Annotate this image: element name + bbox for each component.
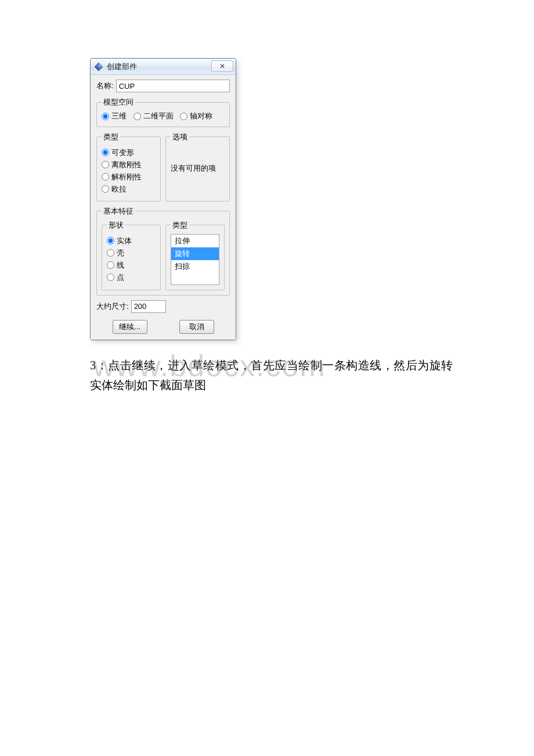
radio-axisym[interactable]: 轴对称 [180,111,212,121]
feature-type-listbox[interactable]: 拉伸 旋转 扫掠 [171,234,219,285]
radio-axisym-label: 轴对称 [190,111,212,121]
approx-size-label: 大约尺寸: [96,301,129,312]
model-space-legend: 模型空间 [102,97,135,107]
base-feature-group: 基本特征 形状 实体 壳 [96,206,230,296]
option-group: 选项 没有可用的项 [165,132,230,201]
svg-marker-2 [95,67,99,71]
name-label: 名称: [96,81,114,91]
radio-2dplanar[interactable]: 二维平面 [134,111,174,121]
svg-marker-1 [99,63,103,67]
radio-3d[interactable]: 三维 [102,111,127,121]
list-item-extrude[interactable]: 拉伸 [171,235,219,247]
model-space-group: 模型空间 三维 二维平面 轴对称 [96,97,230,127]
radio-discrete-rigid[interactable]: 离散刚性 [102,160,156,170]
type-legend: 类型 [102,132,120,142]
instruction-text: 3：点击继续，进入草绘模式，首先应当绘制一条构造线，然后为旋转实体绘制如下截面草… [90,355,453,395]
radio-3d-label: 三维 [111,111,127,121]
app-icon [94,62,103,71]
radio-3d-input[interactable] [102,113,109,120]
approx-size-row: 大约尺寸: [96,300,230,313]
radio-wire[interactable]: 线 [107,260,156,271]
cancel-button[interactable]: 取消 [179,320,214,334]
list-item-revolve[interactable]: 旋转 [171,247,219,260]
base-feature-legend: 基本特征 [102,206,135,217]
radio-analytical-rigid[interactable]: 解析刚性 [102,172,156,182]
radio-axisym-input[interactable] [180,113,187,120]
option-legend: 选项 [171,132,189,142]
shape-group: 形状 实体 壳 线 [102,220,161,290]
approx-size-input[interactable] [131,300,166,313]
radio-deformable[interactable]: 可变形 [102,147,156,158]
dialog-body: 名称: 模型空间 三维 二维平面 轴对称 [91,75,236,340]
continue-button[interactable]: 继续... [113,320,147,334]
no-options-text: 没有可用的项 [171,146,225,191]
shape-legend: 形状 [107,220,125,231]
list-item-sweep[interactable]: 扫掠 [171,260,219,273]
radio-eulerian-input[interactable] [102,185,109,193]
dialog-titlebar[interactable]: 创建部件 ✕ [91,59,236,75]
radio-deformable-label: 可变形 [111,147,134,158]
radio-2dplanar-input[interactable] [134,113,141,120]
radio-2dplanar-label: 二维平面 [143,111,174,121]
radio-solid[interactable]: 实体 [107,236,156,246]
radio-shell-input[interactable] [107,249,114,257]
radio-shell[interactable]: 壳 [107,248,156,258]
radio-shell-label: 壳 [117,248,124,258]
radio-eulerian-label: 欧拉 [111,184,127,195]
radio-discrete-rigid-label: 离散刚性 [111,160,142,170]
radio-analytical-rigid-input[interactable] [102,173,109,181]
radio-solid-input[interactable] [107,237,114,244]
radio-eulerian[interactable]: 欧拉 [102,184,156,195]
feature-type-legend: 类型 [171,220,189,231]
close-button[interactable]: ✕ [211,60,233,72]
radio-point-label: 点 [117,272,124,283]
radio-wire-label: 线 [117,260,124,271]
radio-wire-input[interactable] [107,261,114,269]
button-row: 继续... 取消 [96,319,230,334]
radio-point[interactable]: 点 [107,272,156,283]
name-input[interactable] [116,80,230,92]
radio-discrete-rigid-input[interactable] [102,161,109,168]
radio-solid-label: 实体 [117,236,132,246]
radio-point-input[interactable] [107,273,114,281]
close-icon: ✕ [219,62,225,70]
radio-deformable-input[interactable] [102,149,109,156]
feature-type-group: 类型 拉伸 旋转 扫掠 [165,220,225,290]
name-row: 名称: [96,80,230,92]
radio-analytical-rigid-label: 解析刚性 [111,172,142,182]
dialog-title: 创建部件 [107,62,137,72]
type-group: 类型 可变形 离散刚性 解析刚性 [96,132,161,201]
create-part-dialog: 创建部件 ✕ 名称: 模型空间 三维 二维平面 [90,58,236,340]
